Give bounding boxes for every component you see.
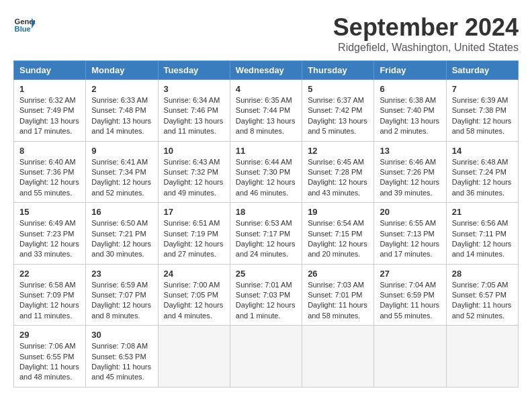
day-number: 6 (380, 84, 440, 94)
calendar-day-cell: 27 Sunrise: 7:04 AM Sunset: 6:59 PM Dayl… (374, 264, 446, 326)
day-number: 14 (452, 146, 513, 156)
calendar-day-cell: 8 Sunrise: 6:40 AM Sunset: 7:36 PM Dayli… (14, 141, 86, 203)
calendar-week-row: 29 Sunrise: 7:06 AM Sunset: 6:55 PM Dayl… (14, 326, 519, 387)
day-info: Sunrise: 6:37 AM Sunset: 7:42 PM Dayligh… (308, 95, 368, 137)
day-number: 28 (452, 269, 513, 279)
day-info: Sunrise: 7:03 AM Sunset: 7:01 PM Dayligh… (308, 280, 368, 322)
day-info: Sunrise: 7:08 AM Sunset: 6:53 PM Dayligh… (91, 341, 152, 383)
day-number: 2 (91, 84, 152, 94)
page-header: General Blue September 2024 Ridgefield, … (13, 13, 519, 54)
calendar-day-cell: 29 Sunrise: 7:06 AM Sunset: 6:55 PM Dayl… (14, 326, 86, 387)
month-title: September 2024 (333, 13, 519, 42)
day-number: 17 (164, 207, 224, 217)
day-info: Sunrise: 6:39 AM Sunset: 7:38 PM Dayligh… (452, 95, 513, 137)
header-wednesday: Wednesday (230, 61, 302, 80)
calendar-week-row: 22 Sunrise: 6:58 AM Sunset: 7:09 PM Dayl… (14, 264, 519, 326)
header-saturday: Saturday (446, 61, 518, 80)
calendar-day-cell: 30 Sunrise: 7:08 AM Sunset: 6:53 PM Dayl… (86, 326, 158, 387)
day-info: Sunrise: 7:06 AM Sunset: 6:55 PM Dayligh… (19, 341, 80, 383)
header-sunday: Sunday (14, 61, 86, 80)
calendar-day-cell: 26 Sunrise: 7:03 AM Sunset: 7:01 PM Dayl… (302, 264, 374, 326)
day-number: 22 (19, 269, 80, 279)
calendar-day-cell: 17 Sunrise: 6:51 AM Sunset: 7:19 PM Dayl… (158, 203, 230, 265)
calendar-day-cell: 2 Sunrise: 6:33 AM Sunset: 7:48 PM Dayli… (86, 80, 158, 142)
header-monday: Monday (86, 61, 158, 80)
title-section: September 2024 Ridgefield, Washington, U… (333, 13, 519, 54)
day-info: Sunrise: 6:38 AM Sunset: 7:40 PM Dayligh… (380, 95, 440, 137)
calendar-day-cell: 1 Sunrise: 6:32 AM Sunset: 7:49 PM Dayli… (14, 80, 86, 142)
day-info: Sunrise: 6:43 AM Sunset: 7:32 PM Dayligh… (164, 157, 224, 199)
day-number: 30 (91, 330, 152, 340)
day-info: Sunrise: 6:35 AM Sunset: 7:44 PM Dayligh… (236, 95, 296, 137)
calendar-day-cell: 24 Sunrise: 7:00 AM Sunset: 7:05 PM Dayl… (158, 264, 230, 326)
day-info: Sunrise: 6:50 AM Sunset: 7:21 PM Dayligh… (91, 218, 152, 260)
calendar-table: Sunday Monday Tuesday Wednesday Thursday… (13, 60, 519, 387)
day-info: Sunrise: 6:32 AM Sunset: 7:49 PM Dayligh… (19, 95, 80, 137)
day-number: 26 (308, 269, 368, 279)
day-info: Sunrise: 6:48 AM Sunset: 7:24 PM Dayligh… (452, 157, 513, 199)
day-number: 19 (308, 207, 368, 217)
empty-cell (230, 326, 302, 387)
calendar-day-cell: 13 Sunrise: 6:46 AM Sunset: 7:26 PM Dayl… (374, 141, 446, 203)
day-number: 1 (19, 84, 80, 94)
day-info: Sunrise: 6:54 AM Sunset: 7:15 PM Dayligh… (308, 218, 368, 260)
calendar-day-cell: 20 Sunrise: 6:55 AM Sunset: 7:13 PM Dayl… (374, 203, 446, 265)
day-number: 5 (308, 84, 368, 94)
day-number: 24 (164, 269, 224, 279)
logo: General Blue (13, 13, 35, 35)
calendar-day-cell: 15 Sunrise: 6:49 AM Sunset: 7:23 PM Dayl… (14, 203, 86, 265)
day-info: Sunrise: 6:34 AM Sunset: 7:46 PM Dayligh… (164, 95, 224, 137)
day-info: Sunrise: 6:58 AM Sunset: 7:09 PM Dayligh… (19, 280, 80, 322)
calendar-header-row: Sunday Monday Tuesday Wednesday Thursday… (14, 61, 519, 80)
day-number: 7 (452, 84, 513, 94)
day-number: 11 (236, 146, 296, 156)
day-info: Sunrise: 6:55 AM Sunset: 7:13 PM Dayligh… (380, 218, 440, 260)
day-info: Sunrise: 7:04 AM Sunset: 6:59 PM Dayligh… (380, 280, 440, 322)
calendar-day-cell: 22 Sunrise: 6:58 AM Sunset: 7:09 PM Dayl… (14, 264, 86, 326)
header-thursday: Thursday (302, 61, 374, 80)
day-info: Sunrise: 6:40 AM Sunset: 7:36 PM Dayligh… (19, 157, 80, 199)
calendar-day-cell: 7 Sunrise: 6:39 AM Sunset: 7:38 PM Dayli… (446, 80, 518, 142)
calendar-day-cell: 12 Sunrise: 6:45 AM Sunset: 7:28 PM Dayl… (302, 141, 374, 203)
calendar-day-cell: 9 Sunrise: 6:41 AM Sunset: 7:34 PM Dayli… (86, 141, 158, 203)
day-number: 8 (19, 146, 80, 156)
day-info: Sunrise: 6:33 AM Sunset: 7:48 PM Dayligh… (91, 95, 152, 137)
day-number: 25 (236, 269, 296, 279)
empty-cell (446, 326, 518, 387)
calendar-day-cell: 18 Sunrise: 6:53 AM Sunset: 7:17 PM Dayl… (230, 203, 302, 265)
day-info: Sunrise: 6:45 AM Sunset: 7:28 PM Dayligh… (308, 157, 368, 199)
calendar-day-cell: 14 Sunrise: 6:48 AM Sunset: 7:24 PM Dayl… (446, 141, 518, 203)
header-friday: Friday (374, 61, 446, 80)
calendar-day-cell: 10 Sunrise: 6:43 AM Sunset: 7:32 PM Dayl… (158, 141, 230, 203)
day-info: Sunrise: 6:44 AM Sunset: 7:30 PM Dayligh… (236, 157, 296, 199)
empty-cell (302, 326, 374, 387)
day-info: Sunrise: 6:49 AM Sunset: 7:23 PM Dayligh… (19, 218, 80, 260)
empty-cell (158, 326, 230, 387)
day-number: 18 (236, 207, 296, 217)
header-tuesday: Tuesday (158, 61, 230, 80)
calendar-day-cell: 4 Sunrise: 6:35 AM Sunset: 7:44 PM Dayli… (230, 80, 302, 142)
day-number: 23 (91, 269, 152, 279)
calendar-day-cell: 23 Sunrise: 6:59 AM Sunset: 7:07 PM Dayl… (86, 264, 158, 326)
calendar-day-cell: 28 Sunrise: 7:05 AM Sunset: 6:57 PM Dayl… (446, 264, 518, 326)
calendar-day-cell: 5 Sunrise: 6:37 AM Sunset: 7:42 PM Dayli… (302, 80, 374, 142)
day-number: 15 (19, 207, 80, 217)
logo-icon: General Blue (13, 13, 35, 35)
svg-text:Blue: Blue (15, 25, 31, 33)
day-info: Sunrise: 6:59 AM Sunset: 7:07 PM Dayligh… (91, 280, 152, 322)
calendar-day-cell: 16 Sunrise: 6:50 AM Sunset: 7:21 PM Dayl… (86, 203, 158, 265)
day-number: 12 (308, 146, 368, 156)
empty-cell (374, 326, 446, 387)
calendar-day-cell: 3 Sunrise: 6:34 AM Sunset: 7:46 PM Dayli… (158, 80, 230, 142)
calendar-week-row: 15 Sunrise: 6:49 AM Sunset: 7:23 PM Dayl… (14, 203, 519, 265)
calendar-week-row: 8 Sunrise: 6:40 AM Sunset: 7:36 PM Dayli… (14, 141, 519, 203)
day-number: 21 (452, 207, 513, 217)
day-info: Sunrise: 7:00 AM Sunset: 7:05 PM Dayligh… (164, 280, 224, 322)
day-number: 20 (380, 207, 440, 217)
day-number: 13 (380, 146, 440, 156)
day-number: 27 (380, 269, 440, 279)
day-number: 16 (91, 207, 152, 217)
day-info: Sunrise: 6:53 AM Sunset: 7:17 PM Dayligh… (236, 218, 296, 260)
day-info: Sunrise: 7:01 AM Sunset: 7:03 PM Dayligh… (236, 280, 296, 322)
calendar-day-cell: 11 Sunrise: 6:44 AM Sunset: 7:30 PM Dayl… (230, 141, 302, 203)
